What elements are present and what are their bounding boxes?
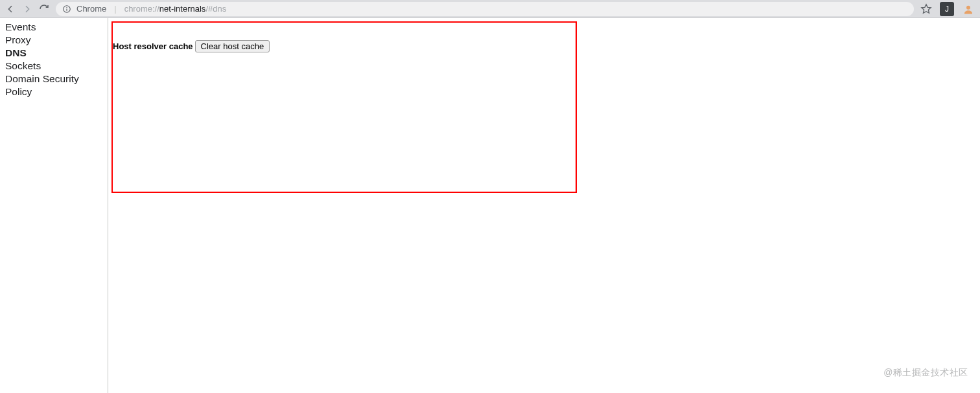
page-body: Events Proxy DNS Sockets Domain Security… — [0, 18, 980, 393]
sidebar: Events Proxy DNS Sockets Domain Security… — [0, 18, 108, 393]
site-info-icon[interactable] — [62, 5, 71, 14]
forward-button[interactable] — [22, 4, 32, 14]
browser-toolbar: Chrome | chrome://net-internals/#dns J — [0, 0, 980, 18]
svg-point-1 — [66, 6, 67, 8]
back-button[interactable] — [5, 4, 16, 14]
svg-rect-2 — [66, 8, 67, 11]
sidebar-item-proxy[interactable]: Proxy — [5, 34, 108, 47]
address-prefix: Chrome — [76, 4, 106, 14]
profile-initial: J — [945, 5, 949, 14]
extension-icon[interactable] — [962, 3, 975, 16]
sidebar-item-domain-security-policy[interactable]: Domain Security Policy — [5, 73, 108, 98]
svg-point-3 — [966, 5, 970, 9]
address-separator: | — [114, 4, 116, 14]
clear-host-cache-button[interactable]: Clear host cache — [195, 40, 270, 52]
url-dim-left: chrome:// — [124, 4, 159, 14]
sidebar-item-events[interactable]: Events — [5, 21, 108, 34]
reload-button[interactable] — [39, 4, 49, 14]
sidebar-item-dns[interactable]: DNS — [5, 47, 108, 60]
host-resolver-cache-label: Host resolver cache — [113, 41, 193, 51]
address-url: chrome://net-internals/#dns — [124, 4, 227, 14]
content-area: Host resolver cache Clear host cache — [108, 18, 980, 393]
host-resolver-cache-row: Host resolver cache Clear host cache — [113, 40, 270, 52]
toolbar-right: J — [920, 2, 975, 16]
url-bold: net-internals — [159, 4, 206, 14]
profile-badge[interactable]: J — [940, 2, 954, 16]
sidebar-item-sockets[interactable]: Sockets — [5, 60, 108, 73]
address-bar[interactable]: Chrome | chrome://net-internals/#dns — [56, 2, 914, 16]
bookmark-star-icon[interactable] — [920, 3, 932, 15]
watermark-text: @稀土掘金技术社区 — [883, 367, 968, 379]
url-dim-right: /#dns — [205, 4, 226, 14]
